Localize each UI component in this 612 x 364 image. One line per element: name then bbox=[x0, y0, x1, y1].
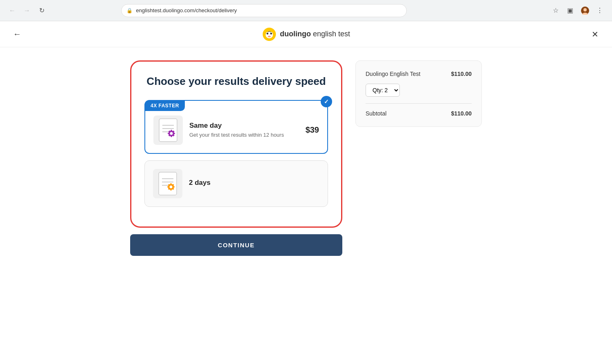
svg-rect-33 bbox=[173, 186, 175, 187]
left-section: Choose your results delivery speed 4X FA… bbox=[130, 60, 342, 256]
qty-row: Qty: 1 Qty: 2 Qty: 3 bbox=[366, 84, 472, 97]
continue-button-wrapper: CONTINUE bbox=[130, 234, 342, 256]
two-days-title: 2 days bbox=[189, 179, 319, 187]
reload-button[interactable]: ↻ bbox=[36, 5, 47, 16]
bookmark-button[interactable]: ☆ bbox=[550, 5, 561, 16]
extensions-button[interactable]: ▣ bbox=[565, 5, 576, 16]
delivery-card: Choose your results delivery speed 4X FA… bbox=[130, 60, 342, 228]
continue-button[interactable]: CONTINUE bbox=[130, 234, 342, 256]
more-options-button[interactable]: ⋮ bbox=[594, 5, 605, 16]
same-day-desc: Get your first test results within 12 ho… bbox=[189, 131, 299, 139]
svg-rect-32 bbox=[167, 186, 169, 187]
main-layout: Choose your results delivery speed 4X FA… bbox=[20, 47, 592, 269]
subtotal-row: Subtotal $110.00 bbox=[366, 110, 472, 117]
svg-rect-18 bbox=[168, 133, 169, 134]
same-day-info: Same day Get your first test results wit… bbox=[189, 122, 299, 139]
page-content: ← duolingo english test ✕ Choose your re… bbox=[0, 21, 612, 364]
browser-toolbar: ← → ↻ 🔒 englishtest.duolingo.com/checkou… bbox=[0, 0, 612, 21]
profile-icon bbox=[581, 7, 589, 15]
svg-rect-17 bbox=[171, 135, 172, 137]
subtotal-value: $110.00 bbox=[451, 110, 472, 117]
svg-point-1 bbox=[583, 8, 587, 11]
secure-icon: 🔒 bbox=[126, 8, 133, 13]
summary-divider bbox=[366, 103, 472, 104]
svg-rect-31 bbox=[171, 189, 172, 191]
back-nav-button[interactable]: ← bbox=[7, 5, 18, 16]
profile-button[interactable] bbox=[579, 5, 591, 16]
same-day-doc-icon bbox=[157, 117, 180, 143]
svg-point-9 bbox=[268, 36, 271, 37]
address-bar[interactable]: 🔒 englishtest.duolingo.com/checkout/deli… bbox=[121, 4, 407, 17]
svg-point-15 bbox=[170, 132, 173, 135]
app-header: ← duolingo english test ✕ bbox=[0, 21, 612, 47]
same-day-icon bbox=[153, 115, 183, 145]
selected-checkmark: ✓ bbox=[321, 96, 332, 107]
svg-rect-16 bbox=[171, 130, 172, 131]
subtotal-label: Subtotal bbox=[366, 110, 386, 117]
same-day-title: Same day bbox=[189, 122, 299, 130]
svg-point-8 bbox=[270, 32, 272, 34]
nav-buttons: ← → ↻ bbox=[7, 5, 47, 16]
svg-rect-19 bbox=[173, 133, 175, 134]
faster-badge: 4X FASTER bbox=[145, 100, 185, 111]
two-days-info: 2 days bbox=[189, 179, 319, 189]
url-text: englishtest.duolingo.com/checkout/delive… bbox=[136, 7, 401, 13]
product-price: $110.00 bbox=[451, 71, 472, 77]
two-days-option[interactable]: 2 days bbox=[144, 160, 328, 207]
same-day-price: $39 bbox=[306, 125, 319, 135]
two-days-doc-icon bbox=[156, 171, 179, 197]
product-row: Duolingo English Test $110.00 bbox=[366, 71, 472, 77]
svg-rect-10 bbox=[159, 119, 177, 142]
page-close-button[interactable]: ✕ bbox=[588, 27, 602, 42]
page-back-button[interactable]: ← bbox=[10, 27, 24, 42]
svg-point-29 bbox=[170, 185, 173, 188]
svg-point-7 bbox=[266, 32, 268, 34]
card-title: Choose your results delivery speed bbox=[144, 75, 328, 89]
same-day-option[interactable]: 4X FASTER bbox=[144, 100, 328, 154]
browser-right-controls: ☆ ▣ ⋮ bbox=[550, 5, 605, 16]
two-days-inner: 2 days bbox=[145, 161, 328, 206]
product-label: Duolingo English Test bbox=[366, 71, 420, 77]
forward-nav-button[interactable]: → bbox=[21, 5, 33, 16]
two-days-icon bbox=[153, 169, 182, 198]
duolingo-logo-icon bbox=[262, 27, 277, 42]
svg-rect-30 bbox=[171, 183, 172, 185]
logo-text: duolingo english test bbox=[280, 30, 350, 38]
svg-rect-24 bbox=[159, 172, 177, 195]
qty-select[interactable]: Qty: 1 Qty: 2 Qty: 3 bbox=[366, 84, 400, 97]
logo-area: duolingo english test bbox=[262, 27, 350, 42]
order-summary: Duolingo English Test $110.00 Qty: 1 Qty… bbox=[355, 60, 482, 127]
